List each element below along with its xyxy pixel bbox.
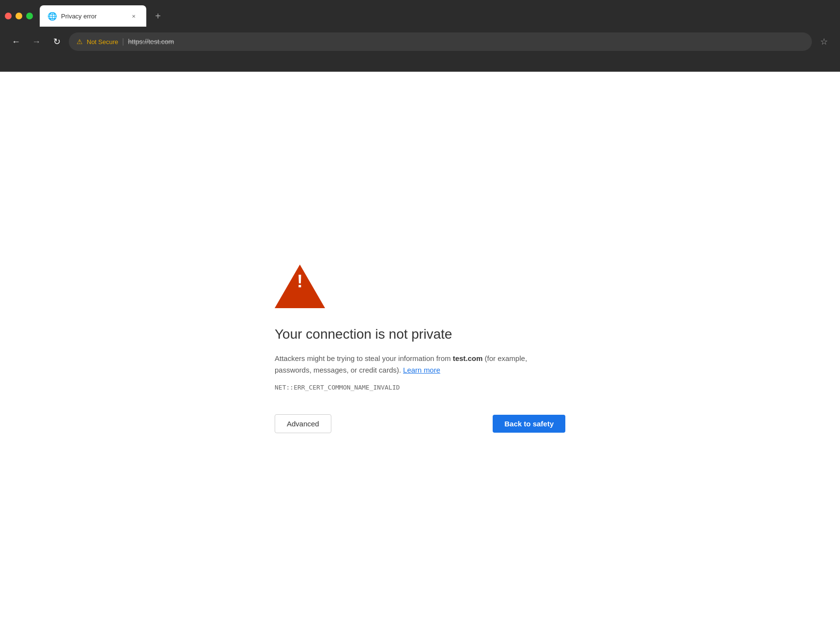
new-tab-button[interactable]: + bbox=[150, 8, 166, 24]
error-title: Your connection is not private bbox=[275, 326, 452, 343]
tab-bar: 🌐 Privacy error × + bbox=[0, 0, 840, 27]
bookmark-button[interactable]: ☆ bbox=[816, 33, 832, 50]
url-display: https://test.com bbox=[128, 38, 174, 46]
browser-chrome: 🌐 Privacy error × + ← → ↻ ⚠ Not Secure |… bbox=[0, 0, 840, 72]
back-button[interactable]: ← bbox=[8, 33, 24, 50]
active-tab[interactable]: 🌐 Privacy error × bbox=[40, 5, 146, 27]
warning-icon-wrapper bbox=[275, 265, 325, 310]
back-to-safety-button[interactable]: Back to safety bbox=[493, 415, 565, 433]
forward-button[interactable]: → bbox=[28, 33, 45, 50]
page-content: Your connection is not private Attackers… bbox=[0, 72, 840, 626]
button-row: Advanced Back to safety bbox=[275, 414, 565, 433]
address-bar: ← → ↻ ⚠ Not Secure | https://test.com ☆ bbox=[0, 27, 840, 56]
reload-button[interactable]: ↻ bbox=[48, 33, 65, 50]
window-controls bbox=[5, 13, 33, 19]
error-container: Your connection is not private Attackers… bbox=[255, 265, 585, 433]
minimize-window-button[interactable] bbox=[16, 13, 22, 19]
tab-favicon-icon: 🌐 bbox=[47, 12, 56, 20]
warning-triangle-icon bbox=[275, 265, 325, 308]
warning-icon: ⚠ bbox=[77, 38, 83, 46]
domain-highlight: test.com bbox=[453, 354, 483, 362]
address-input-wrapper[interactable]: ⚠ Not Secure | https://test.com bbox=[69, 32, 812, 51]
error-code: NET::ERR_CERT_COMMON_NAME_INVALID bbox=[275, 384, 400, 391]
tab-close-button[interactable]: × bbox=[129, 11, 139, 21]
maximize-window-button[interactable] bbox=[26, 13, 33, 19]
close-window-button[interactable] bbox=[5, 13, 12, 19]
error-description: Attackers might be trying to steal your … bbox=[275, 353, 565, 376]
learn-more-link[interactable]: Learn more bbox=[403, 366, 440, 374]
advanced-button[interactable]: Advanced bbox=[275, 414, 331, 433]
tab-title: Privacy error bbox=[61, 13, 124, 20]
description-prefix: Attackers might be trying to steal your … bbox=[275, 354, 453, 362]
not-secure-label: Not Secure bbox=[87, 38, 118, 46]
address-separator: | bbox=[122, 37, 124, 46]
